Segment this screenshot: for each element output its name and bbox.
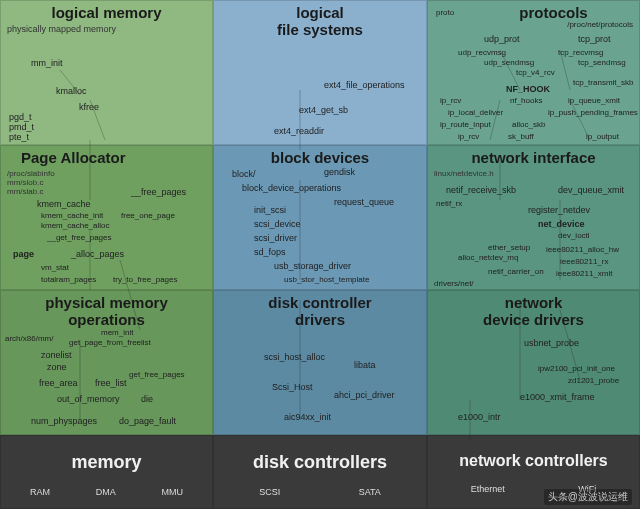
node-udp-recvmsg: udp_recvmsg bbox=[458, 49, 506, 57]
node-sk-buff: sk_buff bbox=[508, 133, 534, 141]
node-dev-ioctl: dev_ioctl bbox=[558, 232, 590, 240]
node-get-page-freelist: get_page_from_freelist bbox=[69, 339, 151, 347]
node-init-scsi: init_scsi bbox=[254, 206, 286, 215]
hw-label: SATA bbox=[359, 487, 381, 497]
node-udp-prot: udp_prot bbox=[484, 35, 520, 44]
cell-physical-memory-ops: physical memory operations arch/x86/mm/ … bbox=[0, 290, 213, 435]
node-aic94xx: aic94xx_init bbox=[284, 413, 331, 422]
node-scsi-host: Scsi_Host bbox=[272, 383, 313, 392]
cell-memory-hw: memory RAM DMA MMU bbox=[0, 435, 213, 509]
node-netif-receive: netif_receive_skb bbox=[446, 186, 516, 195]
title: logical memory bbox=[7, 5, 206, 22]
node-drivers-net: drivers/net/ bbox=[434, 280, 474, 288]
title: disk controller drivers bbox=[220, 295, 420, 328]
node-scsi-host-alloc: scsi_host_alloc bbox=[264, 353, 325, 362]
node-libata: libata bbox=[354, 361, 376, 370]
title: memory bbox=[7, 452, 206, 473]
cell-disk-controllers-hw: disk controllers SCSI SATA bbox=[213, 435, 427, 509]
node-usbnet-probe: usbnet_probe bbox=[524, 339, 579, 348]
node-ip-rcv: ip_rcv bbox=[440, 97, 461, 105]
node-ext4-get-sb: ext4_get_sb bbox=[299, 106, 348, 115]
title: Page Allocator bbox=[21, 150, 206, 167]
node-free-area: free_area bbox=[39, 379, 78, 388]
node-out-of-memory: out_of_memory bbox=[57, 395, 120, 404]
node-dev-queue-xmit: dev_queue_xmit bbox=[558, 186, 624, 195]
title: block devices bbox=[220, 150, 420, 167]
subtitle: physically mapped memory bbox=[7, 24, 206, 34]
node-alloc-pages: _alloc_pages bbox=[71, 250, 124, 259]
node-ieee-alloc: ieee80211_alloc_hw bbox=[546, 246, 619, 254]
node-get-free-pages: __get_free_pages bbox=[47, 234, 112, 242]
node-free-pages: __free_pages bbox=[131, 188, 186, 197]
node-net-device: net_device bbox=[538, 220, 585, 229]
node-tcp-prot: tcp_prot bbox=[578, 35, 611, 44]
node-tcp-sendmsg: tcp_sendmsg bbox=[578, 59, 626, 67]
node-get-free-pages2: get_free_pages bbox=[129, 371, 185, 379]
node-e1000-intr: e1000_intr bbox=[458, 413, 501, 422]
node-scsi-driver: scsi_driver bbox=[254, 234, 297, 243]
node-register-netdev: register_netdev bbox=[528, 206, 590, 215]
node-totalram: totalram_pages bbox=[41, 276, 96, 284]
cell-disk-controller-drivers: disk controller drivers scsi_host_alloc … bbox=[213, 290, 427, 435]
title: network device drivers bbox=[434, 295, 633, 328]
node-pte-t: pte_t bbox=[9, 133, 29, 142]
title: physical memory operations bbox=[7, 295, 206, 328]
node-zone: zone bbox=[47, 363, 67, 372]
node-request-queue: request_queue bbox=[334, 198, 394, 207]
title: network controllers bbox=[434, 452, 633, 470]
node-free-list: free_list bbox=[95, 379, 127, 388]
node-block-dev-ops: block_device_operations bbox=[242, 184, 341, 193]
node-mem-init: mem_init bbox=[101, 329, 133, 337]
node-zonelist: zonelist bbox=[41, 351, 72, 360]
node-vm-stat: vm_stat bbox=[41, 264, 69, 272]
node-pgd-t: pgd_t bbox=[9, 113, 32, 122]
node-ipw2100: ipw2100_pci_init_one bbox=[538, 365, 615, 373]
node-ahci-pci: ahci_pci_driver bbox=[334, 391, 395, 400]
node-alloc-netdev-mq: alloc_netdev_mq bbox=[458, 254, 518, 262]
node-ext4-readdir: ext4_readdir bbox=[274, 127, 324, 136]
node-sd-fops: sd_fops bbox=[254, 248, 286, 257]
node-ip-push-pending: ip_push_pending_frames bbox=[548, 109, 638, 117]
cell-block-devices: block devices block/ gendisk block_devic… bbox=[213, 145, 427, 290]
cell-network-interface: network interface linux/netdevice.h neti… bbox=[427, 145, 640, 290]
node-die: die bbox=[141, 395, 153, 404]
hw-label: SCSI bbox=[259, 487, 280, 497]
node-ext4-file-ops: ext4_file_operations bbox=[324, 81, 405, 90]
node-num-physpages: num_physpages bbox=[31, 417, 97, 426]
node-usb-storage: usb_storage_driver bbox=[274, 262, 351, 271]
node-tcp-recvmsg: tcp_recvmsg bbox=[558, 49, 603, 57]
cell-logical-filesystems: logical file systems ext4_file_operation… bbox=[213, 0, 427, 145]
node-tcp-v4-rcv: tcp_v4_rcv bbox=[516, 69, 555, 77]
node-proto: proto bbox=[436, 9, 454, 17]
node-netif-carrier: netif_carrier_on bbox=[488, 268, 544, 276]
node-ether-setup: ether_setup bbox=[488, 244, 530, 252]
node-ip-output: ip_output bbox=[586, 133, 619, 141]
node-pmd-t: pmd_t bbox=[9, 123, 34, 132]
node-free-one-page: free_one_page bbox=[121, 212, 175, 220]
node-nf-hook: NF_HOOK bbox=[506, 85, 550, 94]
node-tcp-transmit-skb: tcp_transmit_skb bbox=[573, 79, 633, 87]
cell-page-allocator: Page Allocator /proc/slabinfo mm/slob.c … bbox=[0, 145, 213, 290]
node-alloc-skb: alloc_skb bbox=[512, 121, 545, 129]
node-kmalloc: kmalloc bbox=[56, 87, 87, 96]
watermark: 头条@波波说运维 bbox=[544, 489, 632, 505]
node-scsi-device: scsi_device bbox=[254, 220, 301, 229]
title: logical file systems bbox=[220, 5, 420, 38]
node-ip-queue-xmit: ip_queue_xmit bbox=[568, 97, 620, 105]
node-kfree: kfree bbox=[79, 103, 99, 112]
node-do-page-fault: do_page_fault bbox=[119, 417, 176, 426]
node-usb-stor-host: usb_stor_host_template bbox=[284, 276, 369, 284]
title: network interface bbox=[434, 150, 633, 167]
hw-label: DMA bbox=[96, 487, 116, 497]
node-page: page bbox=[13, 250, 34, 259]
node-ip-local-deliver: ip_local_deliver bbox=[448, 109, 503, 117]
node-netif-rx: netif_rx bbox=[436, 200, 462, 208]
cell-protocols: proto protocols /proc/net/protocols udp_… bbox=[427, 0, 640, 145]
side-label: arch/x86/mm/ bbox=[5, 335, 53, 343]
node-block: block/ bbox=[232, 170, 256, 179]
node-kmem-cache-alloc: kmem_cache_alloc bbox=[41, 222, 109, 230]
node-kmem-cache: kmem_cache bbox=[37, 200, 91, 209]
node-nf-hooks: nf_hooks bbox=[510, 97, 542, 105]
side-label: linux/netdevice.h bbox=[434, 169, 633, 178]
node-ip-route-input: ip_route_input bbox=[440, 121, 491, 129]
